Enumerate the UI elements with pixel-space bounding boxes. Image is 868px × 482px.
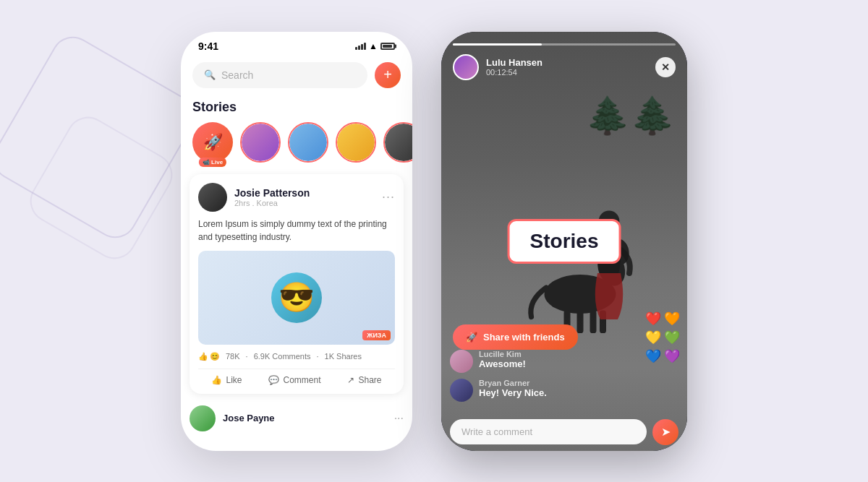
post-emoji-avatar: 😎 [278, 280, 315, 314]
story-user-avatar [453, 54, 479, 80]
story-avatar-2 [288, 122, 328, 163]
shares-count: 1K Shares [325, 352, 362, 361]
post-preview-name: Jose Payne [223, 413, 275, 423]
bar1 [355, 47, 357, 50]
add-icon: + [383, 66, 392, 83]
share-icon: ↗ [347, 375, 354, 385]
comments-count: 6.9K Comments [254, 352, 311, 361]
post-image-content: 😎 [271, 272, 322, 323]
share-btn-label: Share with friends [483, 332, 565, 343]
bg-decoration-2 [22, 109, 181, 267]
comments-area: Lucille Kim Awesome! Bryan Garner Hey! V… [441, 350, 687, 408]
share-rocket-icon: 🚀 [466, 332, 477, 343]
story-avatar-4 [383, 122, 412, 163]
story-progress-fill [453, 43, 542, 46]
like-reaction: 👍 [198, 352, 208, 361]
stories-section-title: Stories [181, 94, 412, 122]
share-with-friends-button[interactable]: 🚀 Share with friends [453, 324, 578, 350]
status-bar: 9:41 ▲ [181, 32, 412, 56]
send-button[interactable]: ➤ [652, 419, 678, 445]
status-icons: ▲ [355, 41, 395, 51]
story-rocket-avatar: 🚀 [192, 122, 233, 163]
story-item-1[interactable] [240, 122, 281, 163]
post-stats: 👍 😊 78K · 6.9K Comments · 1K Shares [198, 352, 395, 361]
wifi-icon: ▲ [369, 41, 378, 51]
story-avatar-3 [336, 122, 376, 163]
likes-count: 78K [226, 352, 240, 361]
search-bar-container: 🔍 Search + [181, 56, 412, 94]
avatar-img-1 [242, 124, 279, 161]
story-item-2[interactable] [288, 122, 328, 163]
battery-icon [380, 43, 395, 50]
signal-bars-icon [355, 43, 366, 50]
story-username: Lulu Hansen [486, 57, 648, 68]
stories-overlay-label: Stories [508, 219, 621, 264]
post-image-badge: ЖИЗА [362, 330, 391, 340]
dot-separator-2: · [317, 352, 319, 361]
like-button[interactable]: 👍 Like [211, 375, 242, 385]
search-bar[interactable]: 🔍 Search [192, 62, 367, 88]
avatar-img-3 [337, 124, 375, 161]
search-icon: 🔍 [204, 69, 216, 80]
like-icon: 👍 [211, 375, 222, 385]
comment-input-field[interactable]: Write a comment [450, 419, 647, 444]
post-meta: 2hrs . Korea [234, 199, 375, 207]
stories-row: 🚀 📹 Live [181, 122, 412, 174]
bar3 [361, 44, 363, 50]
like-label: Like [226, 375, 242, 385]
story-item-3[interactable] [336, 122, 376, 163]
status-time: 9:41 [198, 40, 218, 52]
avatar-img-4 [385, 124, 412, 161]
story-close-button[interactable]: ✕ [655, 57, 676, 77]
phone-left: 9:41 ▲ 🔍 Search + [181, 32, 412, 451]
rocket-icon: 🚀 [203, 133, 223, 152]
post-image: 😎 ЖИЗА [198, 251, 395, 345]
comment-icon: 💬 [268, 375, 279, 385]
comment-button[interactable]: 💬 Comment [268, 375, 320, 385]
post-user-info: Josie Patterson 2hrs . Korea [234, 187, 375, 207]
smile-reaction: 😊 [210, 352, 220, 361]
add-button[interactable]: + [375, 62, 401, 88]
heart-row-2: 💛 💚 [645, 330, 680, 345]
post-header: Josie Patterson 2hrs . Korea ··· [198, 183, 395, 212]
phone-right: 🌲🌲 [441, 32, 687, 451]
story-item-4[interactable] [383, 122, 412, 163]
heart-orange: 🧡 [664, 311, 680, 327]
heart-row-1: ❤️ 🧡 [645, 311, 680, 327]
post-card: Josie Patterson 2hrs . Korea ··· Lorem I… [190, 174, 404, 394]
story-item-rocket[interactable]: 🚀 📹 Live [192, 122, 233, 163]
bg-decoration-1 [0, 29, 203, 246]
comment-content-2: Bryan Garner Hey! Very Nice. [479, 379, 547, 398]
live-badge: 📹 Live [199, 158, 226, 167]
commenter-avatar-2 [450, 379, 473, 402]
commenter-name-2: Bryan Garner [479, 379, 547, 387]
main-container: 9:41 ▲ 🔍 Search + [181, 32, 687, 451]
comment-content-1: Lucille Kim Awesome! [479, 350, 526, 369]
story-top-bar: Lulu Hansen 00:12:54 ✕ [441, 32, 687, 87]
post-more-button[interactable]: ··· [382, 189, 395, 205]
post-user-avatar [198, 183, 227, 212]
scene-trees: 🌲🌲 [585, 95, 675, 137]
share-button[interactable]: ↗ Share [347, 375, 381, 385]
stories-overlay-text: Stories [530, 230, 599, 252]
reaction-icons: 👍 😊 [198, 352, 220, 361]
post-actions: 👍 Like 💬 Comment ↗ Share [198, 369, 395, 385]
heart-green: 💚 [664, 330, 680, 345]
comment-text-1: Awesome! [479, 358, 526, 369]
post-preview-more[interactable]: ··· [394, 412, 404, 425]
comment-text-2: Hey! Very Nice. [479, 387, 547, 398]
dot-separator: · [246, 352, 248, 361]
story-progress-bar [453, 43, 676, 46]
commenter-avatar-1 [450, 350, 473, 373]
heart-yellow: 💛 [645, 330, 661, 345]
commenter-name-1: Lucille Kim [479, 350, 526, 358]
post-username: Josie Patterson [234, 187, 375, 199]
post-text: Lorem Ipsum is simply dummy text of the … [198, 218, 395, 244]
post-preview-avatar [190, 405, 216, 431]
comment-label: Comment [283, 375, 320, 385]
bar4 [364, 43, 366, 50]
story-avatar-1 [240, 122, 281, 163]
send-icon: ➤ [661, 425, 671, 439]
story-duration: 00:12:54 [486, 68, 648, 77]
share-label: Share [358, 375, 381, 385]
